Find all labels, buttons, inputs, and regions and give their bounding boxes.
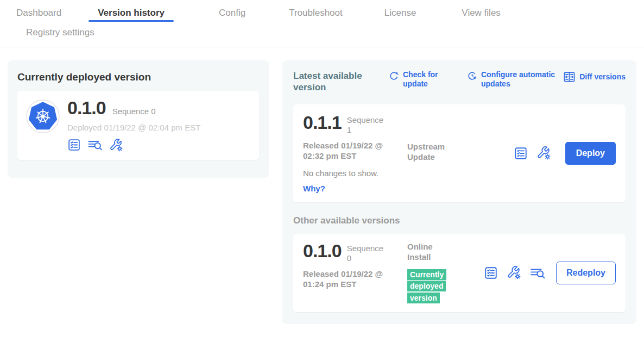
version-info-column: 0.1.1 Sequence 1 Released 01/19/22 @ 02:… — [303, 113, 406, 194]
diff-versions-link[interactable]: Diff versions — [563, 70, 626, 83]
deployed-version-card: 0.1.0 Sequence 0 Deployed 01/19/22 @ 02:… — [17, 91, 259, 160]
config-wrench-icon[interactable] — [536, 146, 551, 160]
version-number: 0.1.0 — [67, 98, 106, 118]
released-timestamp: Released 01/19/22 @ 01:24 pm EST — [303, 269, 399, 290]
version-action-icons — [514, 146, 551, 160]
deployed-timestamp: Deployed 01/19/22 @ 02:04 pm EST — [67, 123, 200, 132]
tab-version-history[interactable]: Version history — [98, 8, 165, 26]
version-row: 0.1.1 Sequence 1 — [303, 113, 406, 135]
source-column: Online Install Currently deployed versio… — [407, 241, 471, 304]
configure-automatic-updates-label: Configure automatic updates — [481, 70, 561, 89]
version-info-column: 0.1.0 Sequence 0 Released 01/19/22 @ 01:… — [303, 241, 406, 304]
why-link[interactable]: Why? — [303, 184, 325, 193]
sequence-label: Sequence 1 — [347, 115, 386, 135]
tab-dashboard[interactable]: Dashboard — [16, 8, 61, 26]
check-for-update-link[interactable]: Check for update — [389, 70, 442, 89]
currently-deployed-title: Currently deployed version — [17, 71, 259, 83]
deploy-button[interactable]: Deploy — [565, 142, 616, 165]
diff-icon — [563, 71, 576, 83]
main-content: Currently deployed version — [0, 47, 644, 324]
sequence-label: Sequence 0 — [347, 244, 386, 263]
deployed-badge-wrap: Currently deployed version — [407, 269, 449, 304]
top-navigation: Dashboard Version history Config Trouble… — [0, 0, 644, 47]
redeploy-button[interactable]: Redeploy — [556, 262, 616, 284]
latest-version-card: 0.1.1 Sequence 1 Released 01/19/22 @ 02:… — [293, 104, 626, 202]
version-number: 0.1.0 — [303, 241, 342, 261]
preflight-checklist-icon[interactable] — [514, 146, 528, 160]
currently-deployed-badge: Currently deployed version — [407, 269, 446, 303]
released-timestamp: Released 01/19/22 @ 02:32 pm EST — [303, 140, 399, 161]
tab-license[interactable]: License — [384, 8, 416, 26]
version-source: Upstream Update — [407, 141, 456, 163]
source-column: Upstream Update — [407, 141, 471, 194]
tab-config[interactable]: Config — [219, 8, 245, 26]
config-wrench-icon[interactable] — [109, 138, 123, 152]
no-changes-note: No changes to show. — [303, 169, 406, 178]
latest-version-header: Latest available version Check for updat… — [293, 70, 626, 94]
deployed-version-info: 0.1.0 Sequence 0 Deployed 01/19/22 @ 02:… — [67, 98, 200, 152]
version-row: 0.1.0 Sequence 0 — [303, 241, 406, 263]
kubernetes-logo-icon — [26, 100, 60, 133]
tab-registry-settings[interactable]: Registry settings — [26, 27, 94, 38]
configure-automatic-updates-link[interactable]: Configure automatic updates — [467, 70, 561, 89]
refresh-icon — [389, 71, 399, 81]
diff-versions-label: Diff versions — [579, 72, 626, 82]
version-row: 0.1.0 Sequence 0 — [67, 98, 200, 118]
other-version-card: 0.1.0 Sequence 0 Released 01/19/22 @ 01:… — [293, 234, 626, 312]
config-wrench-icon[interactable] — [507, 265, 521, 280]
available-versions-panel: Latest available version Check for updat… — [282, 60, 636, 324]
tab-view-files[interactable]: View files — [462, 8, 501, 26]
clock-refresh-icon — [467, 71, 477, 81]
preflight-checklist-icon[interactable] — [484, 266, 498, 280]
preflight-checklist-icon[interactable] — [67, 138, 81, 152]
check-for-update-label: Check for update — [403, 70, 442, 89]
other-available-versions-title: Other available versions — [293, 215, 626, 226]
currently-deployed-panel: Currently deployed version — [8, 60, 269, 178]
deploy-logs-icon[interactable] — [87, 138, 103, 152]
nav-row-1: Dashboard Version history Config Trouble… — [0, 8, 644, 26]
version-action-icons — [484, 265, 545, 280]
latest-available-title: Latest available version — [293, 70, 376, 94]
nav-row-2: Registry settings — [0, 26, 644, 47]
version-action-icons — [67, 138, 200, 152]
sequence-label: Sequence 0 — [112, 107, 156, 116]
deploy-logs-icon[interactable] — [530, 266, 545, 280]
version-source: Online Install — [407, 241, 456, 263]
version-number: 0.1.1 — [303, 113, 342, 133]
tab-troubleshoot[interactable]: Troubleshoot — [289, 8, 343, 26]
